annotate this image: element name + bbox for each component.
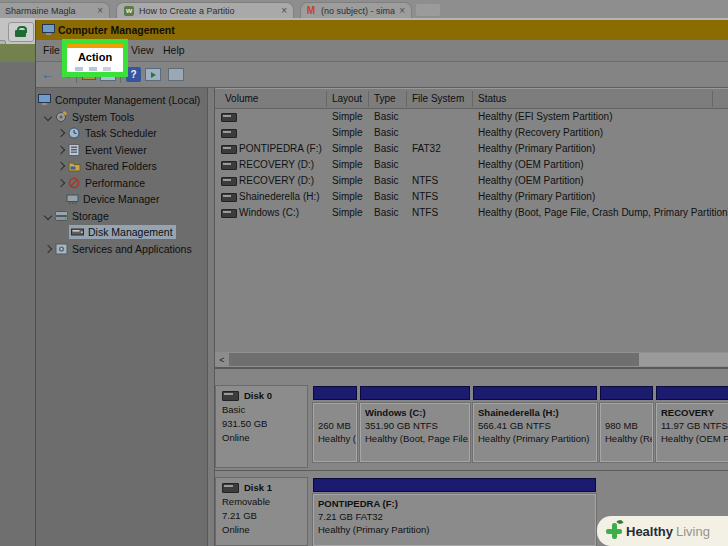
new-tab-button[interactable] bbox=[416, 4, 440, 16]
chevron-right-icon[interactable] bbox=[57, 146, 65, 154]
tools-icon bbox=[55, 111, 68, 123]
tree-item-storage[interactable]: Storage bbox=[36, 208, 207, 225]
tab-title: How to Create a Partitio bbox=[139, 6, 277, 16]
chevron-right-icon[interactable] bbox=[57, 179, 65, 187]
volume-icon bbox=[221, 129, 237, 138]
event-log-icon bbox=[68, 144, 81, 156]
chevron-right-icon[interactable] bbox=[44, 245, 52, 253]
green-plus-icon bbox=[605, 522, 623, 540]
partition-recovery-oem[interactable]: RECOVERY 11.97 GB NTFS Healthy (OEM Part… bbox=[656, 403, 728, 462]
menu-help[interactable]: Help bbox=[163, 44, 185, 56]
horizontal-scrollbar[interactable]: < bbox=[215, 352, 728, 367]
lock-icon bbox=[15, 30, 26, 37]
partition-type-bar bbox=[313, 478, 596, 492]
page-background bbox=[0, 62, 35, 546]
browser-tab-bar: Sharmaine Magla × w How to Create a Part… bbox=[0, 0, 728, 18]
window-title-bar[interactable]: Computer Management bbox=[36, 20, 728, 40]
volume-list-pane: Volume Layout Type File System Status Si… bbox=[215, 88, 728, 352]
partition-type-bar bbox=[656, 386, 728, 400]
scroll-left-button[interactable]: < bbox=[215, 352, 229, 367]
volume-icon bbox=[221, 161, 237, 170]
column-header-layout[interactable]: Layout bbox=[332, 93, 362, 104]
table-row[interactable]: Windows (C:) Simple Basic NTFS Healthy (… bbox=[215, 205, 728, 221]
browser-tab-2[interactable]: w How to Create a Partitio × bbox=[116, 2, 294, 18]
volume-icon bbox=[221, 177, 237, 186]
browser-tab-3[interactable]: M (no subject) - simaplan × bbox=[300, 2, 412, 18]
column-header-status[interactable]: Status bbox=[478, 93, 506, 104]
menu-view[interactable]: View bbox=[131, 44, 154, 56]
watermark-text-bold: Healthy bbox=[626, 524, 673, 539]
disk-icon bbox=[222, 483, 239, 493]
tree-item-services-and-applications[interactable]: Services and Applications bbox=[36, 241, 207, 258]
disk1-label-panel[interactable]: Disk 1 Removable 7.21 GB Online bbox=[215, 477, 308, 546]
partition-efi[interactable]: 260 MB Healthy (EFI System Partition) bbox=[313, 403, 357, 462]
browser-tab-1[interactable]: Sharmaine Magla × bbox=[0, 2, 110, 18]
action-pane-icon[interactable] bbox=[145, 68, 161, 81]
tree-item-task-scheduler[interactable]: Task Scheduler bbox=[36, 125, 207, 142]
disk-management-icon bbox=[71, 226, 84, 238]
partition-type-bar bbox=[313, 386, 357, 400]
volume-icon bbox=[221, 145, 237, 154]
close-icon[interactable]: × bbox=[97, 5, 103, 16]
chevron-right-icon[interactable] bbox=[57, 129, 65, 137]
computer-icon bbox=[38, 94, 51, 106]
menu-action[interactable]: Action bbox=[67, 51, 123, 63]
tree-item-disk-management[interactable]: Disk Management bbox=[36, 224, 207, 241]
help-icon[interactable]: ? bbox=[126, 67, 141, 82]
chevron-down-icon[interactable] bbox=[44, 113, 52, 121]
volume-icon bbox=[221, 113, 237, 122]
selected-item-highlight: Disk Management bbox=[69, 225, 176, 239]
table-row[interactable]: Simple Basic Healthy (Recovery Partition… bbox=[215, 125, 728, 141]
https-padlock-button[interactable] bbox=[8, 22, 34, 42]
shared-folder-icon bbox=[68, 160, 81, 172]
volume-list-header: Volume Layout Type File System Status bbox=[215, 88, 728, 109]
menu-file[interactable]: File bbox=[43, 44, 60, 56]
computer-management-app-icon bbox=[42, 24, 55, 36]
chevron-down-icon[interactable] bbox=[44, 212, 52, 220]
chevron-right-icon[interactable] bbox=[57, 162, 65, 170]
pane-splitter[interactable] bbox=[207, 88, 215, 546]
tree-item-device-manager[interactable]: Device Manager bbox=[36, 191, 207, 208]
titlebar-fragment bbox=[67, 44, 123, 48]
table-row[interactable]: RECOVERY (D:) Simple Basic Healthy (OEM … bbox=[215, 157, 728, 173]
table-row[interactable]: RECOVERY (D:) Simple Basic NTFS Healthy … bbox=[215, 173, 728, 189]
column-header-type[interactable]: Type bbox=[374, 93, 396, 104]
partition-type-bar bbox=[473, 386, 597, 400]
volume-icon bbox=[221, 209, 237, 218]
column-header-file-system[interactable]: File System bbox=[412, 93, 464, 104]
scrollbar-track[interactable] bbox=[639, 353, 728, 366]
scrollbar-thumb[interactable] bbox=[229, 353, 639, 366]
table-row[interactable]: Simple Basic Healthy (EFI System Partiti… bbox=[215, 109, 728, 125]
close-icon[interactable]: × bbox=[399, 5, 405, 16]
toolbar-fragment bbox=[75, 67, 115, 71]
menu-bar: File View Help bbox=[36, 40, 728, 62]
tree-item-system-tools[interactable]: System Tools bbox=[36, 109, 207, 126]
partition-type-bar bbox=[600, 386, 653, 400]
tree-item-performance[interactable]: Performance bbox=[36, 175, 207, 192]
disk-row-divider bbox=[215, 470, 728, 471]
tree-item-shared-folders[interactable]: Shared Folders bbox=[36, 158, 207, 175]
performance-monitor-icon bbox=[68, 177, 81, 189]
device-manager-icon bbox=[66, 193, 79, 205]
partition-pontipedra-f[interactable]: PONTIPEDRA (F:) 7.21 GB FAT32 Healthy (P… bbox=[313, 494, 596, 546]
partition-recovery-980mb[interactable]: 980 MB Healthy (Recovery) bbox=[600, 403, 653, 462]
highlight-callout: Action bbox=[62, 39, 128, 77]
partition-shainederella-h[interactable]: Shainederella (H:) 566.41 GB NTFS Health… bbox=[473, 403, 597, 462]
window-title: Computer Management bbox=[58, 24, 175, 36]
properties-icon[interactable] bbox=[168, 68, 184, 81]
back-icon[interactable]: ← bbox=[41, 66, 55, 82]
gmail-icon: M bbox=[306, 6, 316, 16]
column-header-volume[interactable]: Volume bbox=[225, 93, 258, 104]
disk0-label-panel[interactable]: Disk 0 Basic 931.50 GB Online bbox=[215, 385, 308, 468]
tab-title: (no subject) - simaplan bbox=[321, 6, 395, 16]
watermark-text-light: Living bbox=[676, 524, 710, 539]
close-icon[interactable]: × bbox=[281, 5, 287, 16]
table-row[interactable]: Shainederella (H:) Simple Basic NTFS Hea… bbox=[215, 189, 728, 205]
partition-windows-c[interactable]: Windows (C:) 351.90 GB NTFS Healthy (Boo… bbox=[360, 403, 470, 462]
table-row[interactable]: PONTIPEDRA (F:) Simple Basic FAT32 Healt… bbox=[215, 141, 728, 157]
tree-item-event-viewer[interactable]: Event Viewer bbox=[36, 142, 207, 159]
disk-icon bbox=[222, 391, 239, 401]
tree-item-computer-management[interactable]: Computer Management (Local) bbox=[36, 92, 207, 109]
screenshot-root: Sharmaine Magla × w How to Create a Part… bbox=[0, 0, 728, 546]
toolbar: ← → ? bbox=[36, 62, 728, 88]
